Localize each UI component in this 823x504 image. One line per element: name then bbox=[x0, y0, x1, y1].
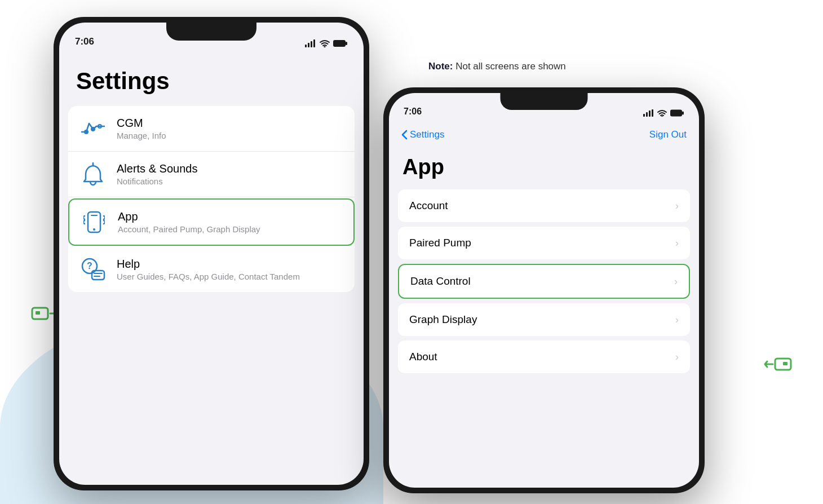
svg-rect-31 bbox=[652, 109, 653, 117]
svg-rect-1 bbox=[36, 311, 40, 315]
signal-icon-2 bbox=[643, 109, 654, 117]
app-text: App Account, Paired Pump, Graph Display bbox=[118, 210, 260, 234]
cgm-icon bbox=[79, 115, 107, 142]
help-icon: ? bbox=[79, 256, 107, 283]
settings-title: Settings bbox=[59, 51, 364, 106]
help-title: Help bbox=[117, 258, 300, 271]
app-subtitle: Account, Paired Pump, Graph Display bbox=[118, 224, 260, 234]
cgm-subtitle: Manage, Info bbox=[117, 131, 166, 140]
svg-rect-5 bbox=[308, 43, 309, 47]
phone1-device: 7:06 bbox=[54, 17, 369, 490]
note-label: Note: bbox=[428, 61, 453, 72]
wifi-icon-2 bbox=[657, 109, 667, 117]
chevron-icon-paired-pump: › bbox=[675, 237, 679, 249]
phone1-status-icons bbox=[305, 39, 348, 47]
app-item-account[interactable]: Account › bbox=[398, 189, 690, 222]
wifi-icon bbox=[320, 39, 330, 47]
settings-list: CGM Manage, Info bbox=[68, 106, 355, 292]
alerts-subtitle: Notifications bbox=[117, 176, 197, 186]
alerts-text: Alerts & Sounds Notifications bbox=[117, 162, 197, 186]
paired-pump-label: Paired Pump bbox=[409, 237, 471, 249]
help-text: Help User Guides, FAQs, App Guide, Conta… bbox=[117, 258, 300, 281]
page-background: Note: Not all screens are shown 7:06 bbox=[0, 0, 823, 504]
cgm-svg bbox=[81, 118, 105, 139]
phone2-device: 7:06 bbox=[383, 87, 705, 493]
svg-point-17 bbox=[91, 127, 95, 131]
battery-icon-2 bbox=[670, 109, 684, 117]
app-item-graph-display[interactable]: Graph Display › bbox=[398, 303, 690, 336]
svg-rect-33 bbox=[670, 110, 682, 117]
svg-point-8 bbox=[324, 46, 326, 48]
app-settings-list: Account › Paired Pump › Data Control › bbox=[398, 189, 690, 373]
help-svg: ? bbox=[81, 257, 105, 282]
app-item-paired-pump[interactable]: Paired Pump › bbox=[398, 227, 690, 259]
chevron-left-icon bbox=[401, 130, 408, 140]
svg-rect-9 bbox=[333, 40, 346, 47]
svg-rect-6 bbox=[311, 41, 312, 47]
app-item-about[interactable]: About › bbox=[398, 341, 690, 373]
note-body: Not all screens are shown bbox=[453, 61, 565, 72]
signal-icon bbox=[305, 39, 316, 47]
app-page-title: App bbox=[389, 149, 699, 189]
right-arrow-icon bbox=[764, 352, 792, 380]
app-title: App bbox=[118, 210, 260, 223]
svg-text:?: ? bbox=[87, 261, 92, 271]
chevron-icon-data-control: › bbox=[674, 276, 678, 288]
settings-item-cgm[interactable]: CGM Manage, Info bbox=[68, 106, 355, 152]
account-label: Account bbox=[409, 200, 448, 212]
phone2-content: App Account › Paired Pump › Data Control bbox=[389, 149, 699, 488]
alerts-icon bbox=[79, 161, 107, 188]
phone2-time: 7:06 bbox=[404, 107, 422, 117]
alerts-title: Alerts & Sounds bbox=[117, 162, 197, 175]
chevron-icon-about: › bbox=[675, 351, 679, 363]
svg-rect-7 bbox=[313, 39, 315, 47]
settings-item-help[interactable]: ? Help User Guides, FAQs, App Guide, Con… bbox=[68, 247, 355, 292]
bell-svg bbox=[83, 162, 103, 186]
help-subtitle: User Guides, FAQs, App Guide, Contact Ta… bbox=[117, 272, 300, 281]
svg-rect-4 bbox=[305, 45, 307, 47]
chevron-icon-graph-display: › bbox=[675, 314, 679, 326]
settings-item-alerts[interactable]: Alerts & Sounds Notifications bbox=[68, 152, 355, 197]
graph-display-label: Graph Display bbox=[409, 313, 477, 326]
phone2-notch bbox=[501, 93, 588, 110]
cgm-text: CGM Manage, Info bbox=[117, 117, 166, 140]
svg-point-16 bbox=[85, 130, 88, 134]
data-control-label: Data Control bbox=[410, 275, 471, 288]
app-item-data-control[interactable]: Data Control › bbox=[398, 264, 690, 299]
note-text: Note: Not all screens are shown bbox=[428, 61, 566, 72]
back-label: Settings bbox=[410, 129, 444, 140]
svg-point-22 bbox=[93, 228, 95, 231]
svg-rect-29 bbox=[646, 112, 648, 117]
svg-rect-34 bbox=[682, 112, 684, 115]
svg-point-32 bbox=[661, 116, 663, 117]
phone2-screen: 7:06 bbox=[389, 93, 699, 488]
about-label: About bbox=[409, 351, 437, 363]
svg-rect-3 bbox=[783, 362, 787, 365]
svg-rect-10 bbox=[346, 42, 347, 45]
phone1-content: Settings bbox=[59, 51, 364, 485]
phone1-time: 7:06 bbox=[75, 36, 94, 47]
cgm-title: CGM bbox=[117, 117, 166, 130]
back-button[interactable]: Settings bbox=[401, 129, 444, 140]
battery-icon bbox=[333, 39, 348, 47]
phone2-navbar: Settings Sign Out bbox=[389, 120, 699, 149]
settings-item-app[interactable]: App Account, Paired Pump, Graph Display bbox=[68, 198, 355, 246]
svg-rect-28 bbox=[643, 114, 645, 117]
svg-rect-30 bbox=[649, 110, 651, 117]
chevron-icon-account: › bbox=[675, 200, 679, 212]
phone1-screen: 7:06 bbox=[59, 23, 364, 485]
phone2-status-icons bbox=[643, 109, 684, 117]
phone1-notch bbox=[166, 23, 256, 41]
app-icon bbox=[81, 209, 108, 236]
signout-button[interactable]: Sign Out bbox=[649, 129, 687, 140]
phone-vibrate-svg bbox=[83, 209, 105, 235]
